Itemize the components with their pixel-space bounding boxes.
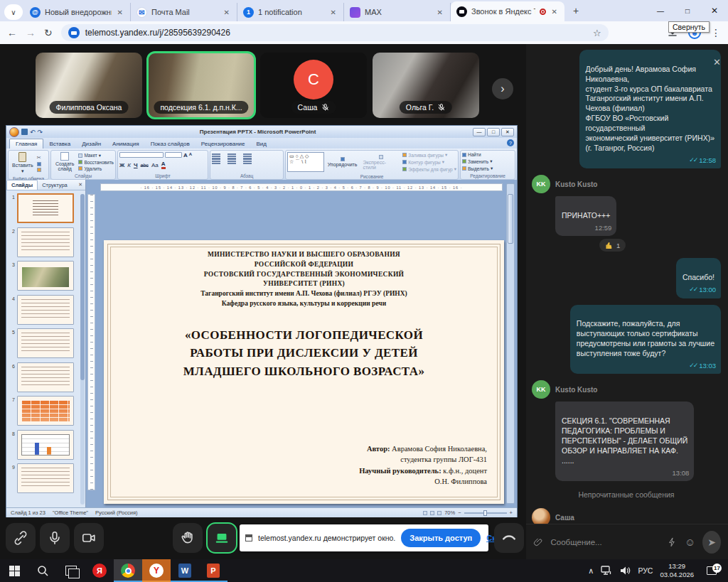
window-close-button[interactable]: ✕ xyxy=(701,0,728,21)
chat-message-own[interactable]: Добрый день! Аврамова София Николаевна, … xyxy=(579,50,721,168)
chat-message-group[interactable]: KK Kusto Kusto СЕКЦИЯ 6.1. "СОВРЕМЕННАЯ … xyxy=(532,380,694,481)
new-tab-button[interactable]: + xyxy=(567,2,584,19)
slide-thumbnail-6[interactable]: 6 xyxy=(8,362,84,392)
bold-button[interactable]: Ж xyxy=(119,162,124,168)
end-call-button[interactable] xyxy=(494,523,524,553)
new-slide-button[interactable]: Создать слайд xyxy=(53,152,77,171)
tab-close-icon[interactable]: ✕ xyxy=(223,9,231,16)
participant-tile-active-speaker[interactable]: подсекция 6.1. д.п.н.К... xyxy=(148,53,255,118)
copy-icon[interactable] xyxy=(37,162,41,166)
font-name-combo[interactable] xyxy=(119,152,164,158)
slide-scrollbar[interactable] xyxy=(506,183,515,504)
slide-thumbnail-9[interactable]: 9 xyxy=(8,463,84,493)
slide-thumbnail-8[interactable]: 8 xyxy=(8,430,84,460)
font-size-combo[interactable] xyxy=(165,152,182,158)
underline-button[interactable]: Ч xyxy=(134,162,138,168)
slide-thumbnail-2[interactable]: 2 xyxy=(8,227,84,257)
bullets-icon[interactable] xyxy=(212,153,220,155)
taskbar-search-icon[interactable] xyxy=(28,559,57,582)
network-icon[interactable] xyxy=(601,566,612,576)
slide-thumbnail-1[interactable]: 1 xyxy=(8,193,84,223)
reload-button[interactable]: ↻ xyxy=(44,27,53,38)
ribbon-tab-review[interactable]: Рецензирование xyxy=(196,139,251,149)
italic-button[interactable]: К xyxy=(127,162,131,168)
chat-message-own[interactable]: Подскажите, пожалуйста, для выступающих … xyxy=(570,305,721,374)
ribbon-tab-view[interactable]: Вид xyxy=(251,139,272,149)
arrange-button[interactable]: Упорядочить xyxy=(326,152,360,172)
undo-icon[interactable]: ↶ xyxy=(30,129,36,136)
tab-news[interactable]: @ Новый внедорожник То ✕ xyxy=(24,3,131,21)
ribbon-tab-design[interactable]: Дизайн xyxy=(76,139,107,149)
ribbon-tab-home[interactable]: Главная xyxy=(9,139,43,149)
participant-tile[interactable]: С Саша xyxy=(260,53,367,118)
zoom-slider[interactable] xyxy=(464,512,507,514)
office-button[interactable] xyxy=(9,127,19,137)
delete-button[interactable]: Удалить xyxy=(78,166,114,171)
address-bar[interactable]: telemost.yandex.ru/j/28595639290426 ☆ xyxy=(61,24,609,41)
shape-outline-button[interactable]: Контур фигуры▾ xyxy=(402,159,456,165)
quick-reactions-icon[interactable] xyxy=(667,536,677,549)
panel-tab-outline[interactable]: Структура xyxy=(38,180,72,190)
shape-effects-button[interactable]: Эффекты для фигур▾ xyxy=(402,166,456,172)
slide-thumbnail-3[interactable]: 3 xyxy=(8,261,84,291)
microphone-button[interactable] xyxy=(40,523,70,553)
ppt-restore-button[interactable]: □ xyxy=(487,128,500,136)
back-button[interactable]: ← xyxy=(7,27,17,38)
window-minimize-button[interactable]: — xyxy=(647,0,674,21)
slide-thumbnail-5[interactable]: 5 xyxy=(8,328,84,358)
align-left-icon[interactable] xyxy=(212,158,220,160)
quick-styles-button[interactable]: Экспресс-стили xyxy=(360,152,401,172)
tab-close-icon[interactable]: ✕ xyxy=(550,8,559,16)
slide-thumbnail-7[interactable]: 7 xyxy=(8,396,84,426)
browser-menu-icon[interactable]: ⋮ xyxy=(711,27,721,38)
attach-file-icon[interactable] xyxy=(533,536,543,549)
participant-tile[interactable]: Ольга Г. xyxy=(373,53,479,118)
chrome-taskbar-icon[interactable] xyxy=(114,559,142,582)
send-message-button[interactable]: ➤ xyxy=(702,531,721,554)
tab-close-icon[interactable]: ✕ xyxy=(436,9,444,16)
panel-scrollbar[interactable] xyxy=(80,194,85,505)
start-button[interactable] xyxy=(0,559,28,582)
tab-search-chevron-icon[interactable]: ∨ xyxy=(4,4,23,20)
indent-icon[interactable] xyxy=(243,153,252,155)
message-input[interactable] xyxy=(550,538,660,546)
ribbon-tab-slideshow[interactable]: Показ слайдов xyxy=(145,139,196,149)
view-slideshow-icon[interactable] xyxy=(437,511,441,515)
thumbs-up-reaction[interactable]: 1 xyxy=(599,239,626,252)
panel-close-icon[interactable]: ✕ xyxy=(75,182,85,188)
emoji-icon[interactable]: ☺ xyxy=(685,536,695,548)
font-color-button[interactable]: А xyxy=(161,161,166,169)
word-taskbar-icon[interactable]: W xyxy=(171,559,199,582)
window-restore-button[interactable]: □ xyxy=(674,0,701,21)
view-normal-icon[interactable] xyxy=(423,511,427,515)
reset-button[interactable]: Восстановить xyxy=(78,160,114,165)
ppt-close-button[interactable]: ✕ xyxy=(501,128,514,136)
find-button[interactable]: Найти xyxy=(462,152,513,157)
yandex-browser-icon[interactable]: Y xyxy=(142,559,171,582)
powerpoint-taskbar-icon[interactable]: P xyxy=(199,559,228,582)
ppt-minimize-button[interactable]: — xyxy=(473,128,486,136)
chat-message-group[interactable]: KK Kusto Kusto ПРИНАТО+++ 12:59 1 xyxy=(532,175,626,252)
ribbon-tab-insert[interactable]: Вставка xyxy=(43,139,76,149)
tab-notification[interactable]: 1 1 notification ✕ xyxy=(237,3,344,21)
next-participants-button[interactable]: › xyxy=(492,78,513,99)
slide-canvas[interactable]: МИНИСТЕРСТВО НАУКИ И ВЫСШЕГО ОБРАЗОВАНИЯ… xyxy=(104,240,504,504)
select-button[interactable]: Выделить▾ xyxy=(462,166,513,171)
tab-max[interactable]: MAX ✕ xyxy=(344,3,451,21)
redo-icon[interactable]: ↷ xyxy=(38,129,43,136)
strikethrough-button[interactable]: abc xyxy=(141,163,149,168)
invite-link-button[interactable] xyxy=(6,523,36,553)
raise-hand-button[interactable] xyxy=(173,523,203,553)
help-icon[interactable]: ? xyxy=(507,139,514,146)
task-view-icon[interactable] xyxy=(57,559,85,582)
chat-message-own[interactable]: Спасибо! ✓✓13:00 xyxy=(676,258,721,298)
keyboard-language[interactable]: РУС xyxy=(638,566,653,575)
chat-message-group[interactable]: Саша Летина Александра тема "ДИДАКТИЧЕСК… xyxy=(532,508,700,524)
cut-icon[interactable]: ✂ xyxy=(37,155,41,161)
tab-close-icon[interactable]: ✕ xyxy=(116,9,124,16)
forward-button[interactable]: → xyxy=(26,27,36,38)
yandex-app-icon[interactable]: Я xyxy=(85,559,114,582)
tab-close-icon[interactable]: ✕ xyxy=(329,9,338,16)
grow-font-icon[interactable]: А xyxy=(183,152,188,158)
numbering-icon[interactable] xyxy=(228,153,236,155)
